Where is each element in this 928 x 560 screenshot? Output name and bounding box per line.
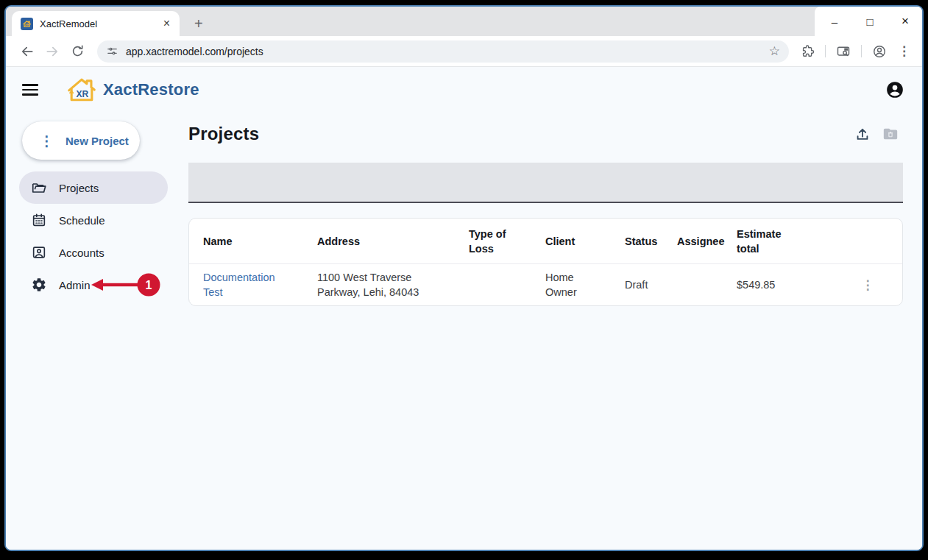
project-client: Home Owner [545,270,625,300]
maximize-icon[interactable]: □ [863,15,876,28]
search-sidepanel-icon[interactable] [832,40,854,63]
sidebar-item-label: Accounts [59,247,105,259]
folder-delete-icon[interactable] [878,123,903,145]
browser-toolbar: app.xactremodel.com/projects ☆ ⋮ [6,36,922,67]
table-header-row: Name Address Type of Loss Client Status … [189,219,902,264]
url-bar[interactable]: app.xactremodel.com/projects ☆ [97,40,789,63]
project-status: Draft [625,277,677,292]
sidebar-item-label: Admin [59,279,91,291]
bookmark-star-icon[interactable]: ☆ [766,43,783,59]
account-box-icon [31,244,47,260]
row-menu-icon[interactable]: ⋮ [856,276,880,294]
gear-icon [31,277,47,293]
minimize-icon[interactable]: – [828,15,841,28]
forward-icon[interactable] [41,40,63,63]
toolbar-divider [825,45,826,57]
profile-icon[interactable] [868,40,890,63]
column-header-client[interactable]: Client [545,234,625,249]
filter-toolbar[interactable] [188,163,903,203]
sidebar-item-projects[interactable]: Projects [19,171,168,204]
projects-table: Name Address Type of Loss Client Status … [188,218,903,306]
main-header: Projects [188,123,903,145]
project-estimate-total: $549.85 [737,277,833,292]
back-icon[interactable] [16,40,38,63]
tab-close-icon[interactable]: × [161,17,172,30]
table-row[interactable]: Documentation Test 1100 West Traverse Pa… [189,264,902,305]
annotation-step-number: 1 [146,279,152,291]
url-text[interactable]: app.xactremodel.com/projects [126,46,759,57]
sidebar-nav: Projects Schedule Accounts [19,171,183,301]
browser-tab[interactable]: XR XactRemodel × [12,11,180,36]
column-header-assignee[interactable]: Assignee [677,234,737,249]
brand: XR XactRestore [66,76,199,104]
column-header-status[interactable]: Status [625,234,677,249]
new-tab-button[interactable]: + [190,15,208,32]
column-header-estimate-total[interactable]: Estimate total [737,227,833,256]
new-project-label: New Project [65,135,129,147]
hamburger-menu-icon[interactable] [22,81,40,99]
account-circle-icon[interactable] [885,80,904,99]
sidebar: ⋮ New Project Projects [6,113,183,550]
sidebar-item-schedule[interactable]: Schedule [19,204,168,236]
extensions-icon[interactable] [796,40,818,63]
brand-name: XactRestore [103,80,199,99]
tab-favicon-icon: XR [21,18,33,30]
main-content: Projects Name Address [183,113,922,550]
annotation-arrow-step-1: 1 [90,270,168,300]
column-header-address[interactable]: Address [317,234,469,249]
reload-icon[interactable] [66,40,88,63]
upload-icon[interactable] [850,123,875,145]
calendar-icon [31,212,47,228]
toolbar-divider [861,45,862,57]
sidebar-item-accounts[interactable]: Accounts [19,236,168,269]
tab-strip: XR XactRemodel × + – □ × [6,7,922,36]
folder-open-icon [31,180,47,196]
brand-logo-icon: XR [66,76,97,104]
new-project-button[interactable]: ⋮ New Project [22,121,140,160]
site-settings-icon[interactable] [106,45,118,57]
column-header-type-of-loss[interactable]: Type of Loss [469,227,545,256]
sidebar-item-admin[interactable]: Admin 1 [19,269,168,301]
page-title: Projects [188,124,259,144]
tab-title: XactRemodel [40,18,155,29]
svg-text:XR: XR [76,89,88,99]
app-header: XR XactRestore [6,67,922,113]
close-icon[interactable]: × [899,14,912,29]
sidebar-item-label: Projects [59,182,99,194]
new-project-kebab-icon: ⋮ [40,132,54,149]
window-controls: – □ × [815,7,922,36]
column-header-name[interactable]: Name [203,234,317,249]
svg-text:XR: XR [24,22,29,26]
page-content: XR XactRestore ⋮ New Project [6,67,922,550]
window-frame: XR XactRemodel × + – □ × [0,0,928,560]
project-address: 1100 West Traverse Parkway, Lehi, 84043 [317,270,469,300]
sidebar-item-label: Schedule [59,214,105,227]
browser-menu-icon[interactable]: ⋮ [893,43,915,59]
browser-window: XR XactRemodel × + – □ × [4,5,924,551]
project-name-link[interactable]: Documentation Test [203,270,317,300]
